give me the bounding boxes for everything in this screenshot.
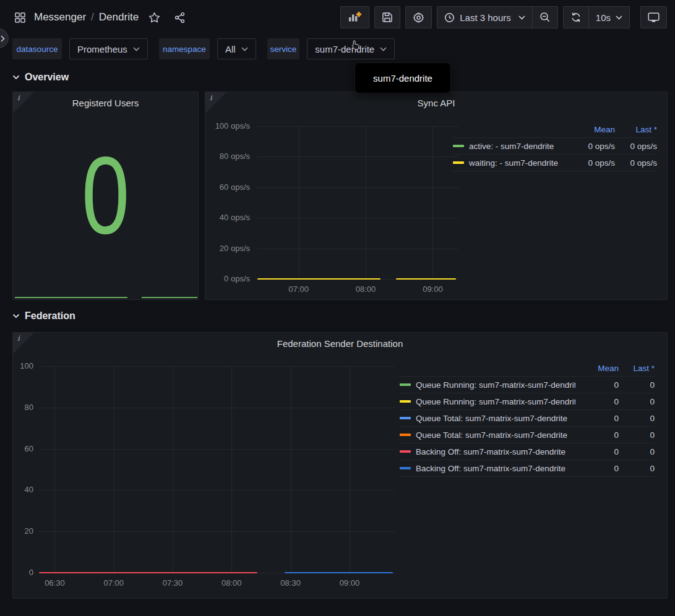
legend-column-header[interactable]: Last * <box>615 125 657 134</box>
y-axis-tick-label: 100 <box>13 361 33 370</box>
datasource-select[interactable]: Prometheus <box>69 38 148 59</box>
section-title: Federation <box>25 310 75 322</box>
save-icon <box>382 12 393 23</box>
legend-series[interactable]: Queue Total: sum7-matrix-sum7-dendrite <box>400 414 575 423</box>
panel-registered-users: i Registerd Users 0 <box>12 92 199 300</box>
zoom-out-icon <box>540 12 551 23</box>
namespace-select[interactable]: All <box>217 38 256 59</box>
legend-series[interactable]: waiting: - sum7-dendrite <box>453 158 569 168</box>
y-axis-tick-label: 60 <box>13 444 33 453</box>
x-gridline <box>366 126 366 279</box>
x-axis-tick-label: 06:30 <box>35 578 74 588</box>
legend-series-name: waiting: - sum7-dendrite <box>469 158 558 168</box>
y-axis-tick-label: 80 ops/s <box>205 152 250 161</box>
federation-legend: MeanLast *Queue Running: sum7-matrix-sum… <box>400 360 655 477</box>
top-nav: Messenger / Dendrite <box>0 0 675 35</box>
namespace-value: All <box>225 44 236 54</box>
y-gridline <box>256 156 458 157</box>
x-axis-tick-label: 08:00 <box>212 578 251 588</box>
legend-series[interactable]: Backing Off: sum7-matrix-sum7-dendrite <box>400 464 575 473</box>
dashboards-grid-icon[interactable] <box>14 11 27 24</box>
x-axis-tick-label: 07:30 <box>153 578 192 588</box>
legend-series[interactable]: Queue Total: sum7-matrix-sum7-dendrite <box>400 430 575 440</box>
share-icon[interactable] <box>173 11 187 25</box>
legend-series-name: Backing Off: sum7-matrix-sum7-dendrite <box>416 464 565 473</box>
x-axis-tick-label: 07:00 <box>95 578 133 588</box>
legend-column-header[interactable]: Mean <box>569 125 615 134</box>
legend-row: Backing Off: sum7-matrix-sum7-dendrite00 <box>400 460 655 477</box>
chevron-down-icon <box>12 314 20 319</box>
breadcrumb-folder[interactable]: Messenger <box>34 11 86 24</box>
legend-series-name: Queue Total: sum7-matrix-sum7-dendrite <box>416 430 567 440</box>
zoom-out-time-button[interactable] <box>533 6 558 28</box>
legend-last-value: 0 ops/s <box>615 158 657 168</box>
legend-last-value: 0 <box>619 447 655 456</box>
legend-series[interactable]: Queue Running: sum7-matrix-sum7-dendrite <box>400 380 575 390</box>
refresh-interval-picker[interactable]: 10s <box>589 6 630 28</box>
section-header-federation[interactable]: Federation <box>12 307 75 325</box>
y-axis-tick-label: 20 <box>13 526 33 536</box>
y-gridline <box>39 490 395 490</box>
datasource-value: Prometheus <box>77 44 127 54</box>
series-line-segment <box>285 572 393 573</box>
legend-mean-value: 0 <box>575 464 619 473</box>
x-axis-tick-label: 09:00 <box>330 578 369 588</box>
legend-swatch <box>400 434 411 436</box>
legend-swatch <box>453 161 464 164</box>
y-axis-tick-label: 80 <box>13 403 33 412</box>
save-dashboard-button[interactable] <box>374 6 400 28</box>
service-select[interactable]: sum7-dendrite <box>307 38 395 59</box>
legend-last-value: 0 <box>619 464 655 473</box>
legend-header-row: MeanLast * <box>453 121 657 138</box>
tv-mode-button[interactable] <box>640 6 667 28</box>
series-line-segment <box>396 278 457 280</box>
x-gridline <box>114 366 114 573</box>
series-line-segment <box>39 572 257 573</box>
add-panel-button[interactable] <box>340 6 369 28</box>
monitor-icon <box>648 12 660 23</box>
x-axis-tick-label: 07:00 <box>280 284 318 294</box>
panel-title[interactable]: Registerd Users <box>13 98 198 108</box>
y-axis-tick-label: 40 ops/s <box>205 213 250 222</box>
refresh-group: 10s <box>563 6 630 28</box>
legend-swatch <box>400 383 411 386</box>
y-axis-tick-label: 20 ops/s <box>205 244 250 253</box>
legend-series[interactable]: active: - sum7-dendrite <box>453 142 569 151</box>
section-header-overview[interactable]: Overview <box>12 68 69 87</box>
legend-series[interactable]: Queue Running: sum7-matrix-sum7-dendrite <box>400 397 575 406</box>
chevron-right-icon <box>1 35 5 42</box>
legend-series[interactable]: Backing Off: sum7-matrix-sum7-dendrite <box>400 447 575 456</box>
refresh-icon <box>570 12 582 23</box>
y-axis-tick-label: 40 <box>13 485 33 494</box>
legend-series-name: Backing Off: sum7-matrix-sum7-dendrite <box>416 447 565 456</box>
y-gridline <box>256 218 458 218</box>
x-axis-tick-label: 08:30 <box>272 578 310 588</box>
legend-column-header[interactable]: Last * <box>619 364 655 373</box>
legend-column-header[interactable]: Mean <box>575 364 619 373</box>
star-icon[interactable] <box>147 11 161 25</box>
dashboard-settings-button[interactable] <box>405 6 432 28</box>
legend-last-value: 0 <box>619 414 655 423</box>
legend-mean-value: 0 ops/s <box>569 142 615 151</box>
panel-federation-sender: i Federation Sender Destination 10080604… <box>12 332 668 599</box>
y-axis-tick-label: 60 ops/s <box>205 182 250 192</box>
y-gridline <box>39 366 395 367</box>
x-gridline <box>350 366 350 573</box>
series-line-segment <box>257 278 380 280</box>
refresh-button[interactable] <box>563 6 589 28</box>
sparkline-segment <box>142 297 197 298</box>
x-gridline <box>173 366 173 573</box>
variable-label: datasource <box>12 38 62 59</box>
breadcrumb-dashboard[interactable]: Dendrite <box>99 11 139 24</box>
legend-row: Queue Total: sum7-matrix-sum7-dendrite00 <box>400 410 655 427</box>
legend-row: waiting: - sum7-dendrite0 ops/s0 ops/s <box>453 155 657 171</box>
variables-bar: datasource Prometheus namespace All serv… <box>12 38 395 59</box>
legend-row: Backing Off: sum7-matrix-sum7-dendrite00 <box>400 443 655 460</box>
legend-last-value: 0 ops/s <box>615 142 657 151</box>
legend-mean-value: 0 ops/s <box>569 158 615 168</box>
service-value: sum7-dendrite <box>315 44 374 54</box>
chevron-down-icon <box>133 47 140 51</box>
time-range-picker[interactable]: Last 3 hours <box>437 6 533 28</box>
stat-value: 0 <box>13 119 198 271</box>
x-gridline <box>299 126 299 279</box>
